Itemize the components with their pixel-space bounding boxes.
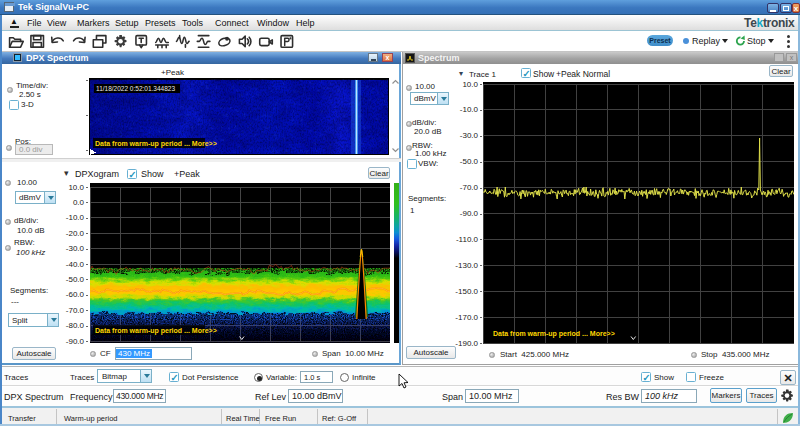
svg-text:11/18/2022 0:52:01.344823: 11/18/2022 0:52:01.344823 — [96, 85, 175, 92]
svg-text:Data from warm-up period ... M: Data from warm-up period ... More>> — [493, 330, 615, 338]
svg-text:Data from warm-up period ... M: Data from warm-up period ... More>> — [95, 140, 217, 148]
svg-text:Data from warm-up period ... M: Data from warm-up period ... More>> — [95, 327, 217, 335]
